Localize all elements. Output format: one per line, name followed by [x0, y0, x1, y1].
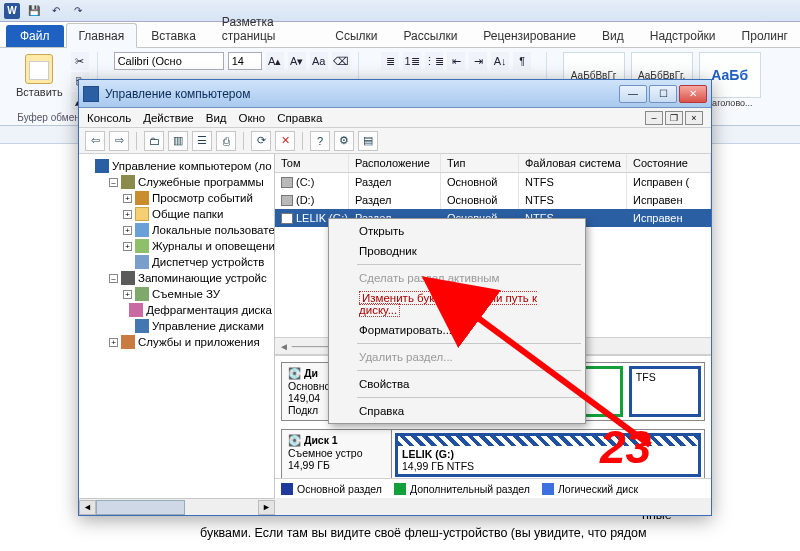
- menu-view[interactable]: Вид: [206, 112, 227, 124]
- tree-perf-logs[interactable]: +Журналы и оповещени: [123, 238, 272, 254]
- change-case-icon[interactable]: Aa: [310, 52, 328, 70]
- clear-format-icon[interactable]: ⌫: [332, 52, 350, 70]
- volume-row-d[interactable]: (D:) Раздел Основной NTFS Исправен: [275, 191, 711, 209]
- numbering-icon[interactable]: 1≣: [403, 52, 421, 70]
- tree-horizontal-scrollbar[interactable]: ◄ ►: [79, 498, 275, 515]
- minimize-button[interactable]: —: [619, 85, 647, 103]
- tree-disk-management[interactable]: Управление дисками: [123, 318, 272, 334]
- ctx-mark-active: Сделать раздел активным: [331, 268, 583, 288]
- tab-proling[interactable]: Пролинг: [730, 24, 800, 47]
- ctx-explorer[interactable]: Проводник: [331, 241, 583, 261]
- tab-view[interactable]: Вид: [590, 24, 636, 47]
- scroll-left-icon[interactable]: ◄: [79, 500, 96, 515]
- volume-list-header[interactable]: Том Расположение Тип Файловая система Со…: [275, 154, 711, 173]
- multilevel-icon[interactable]: ⋮≣: [425, 52, 443, 70]
- tab-references[interactable]: Ссылки: [323, 24, 389, 47]
- child-minimize-button[interactable]: –: [645, 111, 663, 125]
- col-filesystem[interactable]: Файловая система: [519, 154, 627, 172]
- show-hide-tree-icon[interactable]: ▥: [168, 131, 188, 151]
- expand-icon[interactable]: +: [123, 290, 132, 299]
- menu-window[interactable]: Окно: [239, 112, 266, 124]
- disk0-part-3[interactable]: TFS: [629, 366, 701, 417]
- tree-device-manager[interactable]: Диспетчер устройств: [123, 254, 272, 270]
- bullets-icon[interactable]: ≣: [381, 52, 399, 70]
- redo-icon[interactable]: ↷: [70, 3, 86, 19]
- close-button[interactable]: ✕: [679, 85, 707, 103]
- menu-console[interactable]: Консоль: [87, 112, 131, 124]
- col-type[interactable]: Тип: [441, 154, 519, 172]
- sort-icon[interactable]: A↓: [491, 52, 509, 70]
- clipboard-icon: [25, 54, 53, 84]
- indent-inc-icon[interactable]: ⇥: [469, 52, 487, 70]
- shrink-font-icon[interactable]: A▾: [288, 52, 306, 70]
- expand-icon[interactable]: +: [123, 226, 132, 235]
- cut-icon[interactable]: ✂: [71, 52, 89, 70]
- volume-row-c[interactable]: (C:) Раздел Основной NTFS Исправен (: [275, 173, 711, 191]
- tree-services-apps[interactable]: +Службы и приложения: [109, 334, 272, 350]
- forward-icon[interactable]: ⇨: [109, 131, 129, 151]
- export-icon[interactable]: ⎙: [216, 131, 236, 151]
- indent-dec-icon[interactable]: ⇤: [447, 52, 465, 70]
- expand-icon[interactable]: +: [123, 242, 132, 251]
- ctx-open[interactable]: Открыть: [331, 221, 583, 241]
- maximize-button[interactable]: ☐: [649, 85, 677, 103]
- tree-system-tools[interactable]: –Служебные программы: [109, 174, 272, 190]
- col-layout[interactable]: Расположение: [349, 154, 441, 172]
- disk1-part-label: LELIK (G:): [402, 448, 454, 460]
- tree-defrag[interactable]: Дефрагментация диска: [123, 302, 272, 318]
- doc-text-frag-5: буквами. Если там вы видите своё флеш-ус…: [200, 524, 788, 542]
- tree-shared-folders[interactable]: +Общие папки: [123, 206, 272, 222]
- tree-local-users[interactable]: +Локальные пользовател: [123, 222, 272, 238]
- child-close-button[interactable]: ×: [685, 111, 703, 125]
- font-size-select[interactable]: [228, 52, 262, 70]
- ctx-properties[interactable]: Свойства: [331, 374, 583, 394]
- help-icon[interactable]: ?: [310, 131, 330, 151]
- menu-help[interactable]: Справка: [277, 112, 322, 124]
- tree-event-viewer[interactable]: +Просмотр событий: [123, 190, 272, 206]
- menu-action[interactable]: Действие: [143, 112, 194, 124]
- tab-mailings[interactable]: Рассылки: [391, 24, 469, 47]
- window-titlebar[interactable]: Управление компьютером — ☐ ✕: [79, 80, 711, 108]
- up-icon[interactable]: 🗀: [144, 131, 164, 151]
- save-icon[interactable]: 💾: [26, 3, 42, 19]
- disk1-block[interactable]: 💽 Диск 1 Съемное устро 14,99 ГБ LELIK (G…: [281, 429, 705, 478]
- undo-icon[interactable]: ↶: [48, 3, 64, 19]
- col-volume[interactable]: Том: [275, 154, 349, 172]
- ctx-change-drive-letter[interactable]: Изменить букву диска или путь к диску...: [331, 288, 583, 320]
- tree-root[interactable]: Управление компьютером (ло: [95, 158, 272, 174]
- scroll-thumb[interactable]: [96, 500, 185, 515]
- tree-storage[interactable]: –Запоминающие устройс: [109, 270, 272, 286]
- show-marks-icon[interactable]: ¶: [513, 52, 531, 70]
- paste-button[interactable]: Вставить: [14, 52, 65, 100]
- scroll-right-icon[interactable]: ►: [258, 500, 275, 515]
- grow-font-icon[interactable]: A▴: [266, 52, 284, 70]
- expand-icon[interactable]: +: [123, 210, 132, 219]
- list-view-icon[interactable]: ▤: [358, 131, 378, 151]
- services-icon: [121, 335, 135, 349]
- child-restore-button[interactable]: ❐: [665, 111, 683, 125]
- ctx-format[interactable]: Форматировать...: [331, 320, 583, 340]
- collapse-icon[interactable]: –: [109, 178, 118, 187]
- refresh-icon[interactable]: ⟳: [251, 131, 271, 151]
- font-name-select[interactable]: [114, 52, 224, 70]
- tools-icon: [121, 175, 135, 189]
- expand-icon[interactable]: +: [109, 338, 118, 347]
- expand-icon[interactable]: +: [123, 194, 132, 203]
- tab-insert[interactable]: Вставка: [139, 24, 208, 47]
- ctx-separator: [357, 264, 581, 265]
- tree-removable-storage[interactable]: +Съемные ЗУ: [123, 286, 272, 302]
- collapse-icon[interactable]: –: [109, 274, 118, 283]
- settings-icon[interactable]: ⚙: [334, 131, 354, 151]
- file-tab[interactable]: Файл: [6, 25, 64, 47]
- tab-review[interactable]: Рецензирование: [471, 24, 588, 47]
- properties-icon[interactable]: ☰: [192, 131, 212, 151]
- tab-addins[interactable]: Надстройки: [638, 24, 728, 47]
- disk1-part-1[interactable]: LELIK (G:) 14,99 ГБ NTFS: [395, 433, 701, 477]
- back-icon[interactable]: ⇦: [85, 131, 105, 151]
- tab-home[interactable]: Главная: [66, 23, 138, 48]
- tab-layout[interactable]: Разметка страницы: [210, 10, 321, 47]
- col-status[interactable]: Состояние: [627, 154, 711, 172]
- tree-pane[interactable]: Управление компьютером (ло –Служебные пр…: [79, 154, 275, 498]
- delete-icon[interactable]: ✕: [275, 131, 295, 151]
- ctx-help[interactable]: Справка: [331, 401, 583, 421]
